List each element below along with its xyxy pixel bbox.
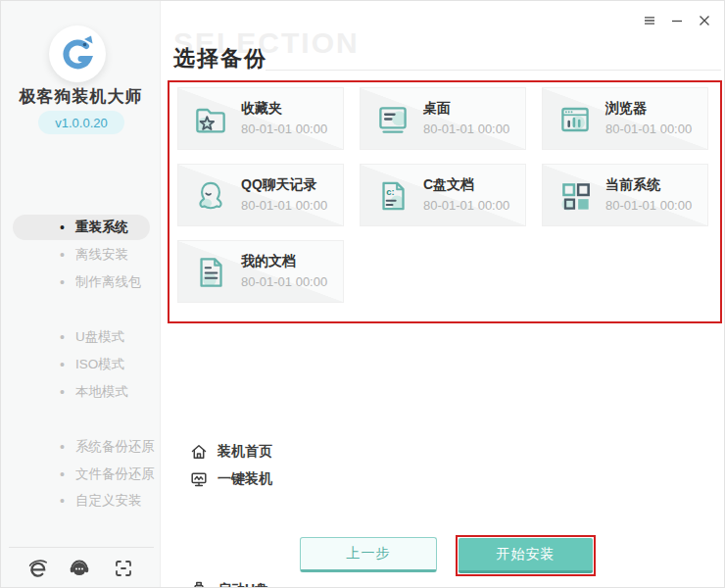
- sidebar-item-offline-install[interactable]: • 离线安装: [1, 241, 161, 269]
- window-controls: [642, 13, 712, 28]
- sidebar-item-system-backup-restore[interactable]: • 系统备份还原: [1, 433, 161, 461]
- bullet-icon: •: [60, 439, 65, 455]
- backup-card-qq-chat[interactable]: QQ聊天记录 80-01-01 00:00: [177, 164, 344, 226]
- sidebar-item-custom-install[interactable]: • 自定义安装: [1, 487, 161, 514]
- my-documents-icon: [190, 252, 231, 293]
- version-badge: v1.0.0.20: [38, 111, 124, 134]
- monitor-icon: [190, 470, 208, 488]
- close-icon[interactable]: [697, 13, 712, 28]
- sidebar: 极客狗装机大师 v1.0.0.20 装机首页 一键装机 • 重装系统: [1, 1, 161, 588]
- folder-star-icon: [190, 99, 231, 140]
- sidebar-footer-divider: [9, 547, 154, 548]
- support-headset-icon[interactable]: [69, 558, 90, 579]
- browser-icon: [555, 99, 596, 140]
- usb-icon: [190, 581, 208, 588]
- qq-icon: [190, 175, 231, 217]
- bullet-icon: •: [60, 220, 65, 235]
- sidebar-item-usb-mode[interactable]: • U盘模式: [1, 323, 161, 351]
- start-install-button[interactable]: 开始安装: [459, 538, 593, 573]
- menu-icon[interactable]: [642, 13, 657, 28]
- backup-card-my-documents[interactable]: 我的文档 80-01-01 00:00: [177, 240, 344, 303]
- annotation-rectangle-start-button: 开始安装: [456, 535, 596, 576]
- bullet-icon: •: [60, 329, 65, 345]
- page-title: 选择备份: [173, 44, 267, 74]
- bullet-icon: •: [60, 357, 65, 372]
- ie-browser-icon[interactable]: [27, 558, 49, 579]
- sidebar-item-make-offline-pack[interactable]: • 制作离线包: [1, 269, 161, 296]
- scan-icon[interactable]: [113, 558, 134, 579]
- sidebar-item-reinstall-system[interactable]: • 重装系统: [1, 214, 161, 241]
- sidebar-item-local-mode[interactable]: • 本地模式: [1, 378, 161, 406]
- desktop-icon: [372, 99, 413, 140]
- backup-card-favorites[interactable]: 收藏夹 80-01-01 00:00: [177, 87, 344, 150]
- app-window: 极客狗装机大师 v1.0.0.20 装机首页 一键装机 • 重装系统: [0, 0, 725, 588]
- c-drive-doc-icon: c:: [372, 175, 413, 217]
- backup-card-browser[interactable]: 浏览器 80-01-01 00:00: [542, 87, 708, 150]
- bullet-icon: •: [60, 466, 65, 482]
- current-system-icon: [555, 175, 596, 217]
- sidebar-item-file-backup-restore[interactable]: • 文件备份还原: [1, 461, 161, 488]
- backup-card-desktop[interactable]: 桌面 80-01-01 00:00: [360, 87, 526, 150]
- bullet-icon: •: [60, 384, 65, 400]
- app-logo: [49, 25, 106, 82]
- title-underline: [266, 70, 721, 71]
- minimize-icon[interactable]: [669, 13, 685, 28]
- home-icon: [190, 443, 208, 461]
- bullet-icon: •: [60, 274, 65, 290]
- dog-g-logo-icon: [58, 34, 97, 74]
- sidebar-footer: [1, 556, 161, 581]
- main-content: SELECTION 选择备份 收藏夹 80-01-01 00:00: [162, 1, 725, 588]
- bullet-icon: •: [60, 247, 65, 263]
- backup-card-current-system[interactable]: 当前系统 80-01-01 00:00: [542, 164, 708, 226]
- backup-card-c-drive-docs[interactable]: c: C盘文档 80-01-01 00:00: [360, 164, 526, 226]
- svg-text:c:: c:: [386, 186, 394, 197]
- app-title: 极客狗装机大师: [1, 85, 161, 108]
- sidebar-item-iso-mode[interactable]: • ISO模式: [1, 351, 161, 378]
- bullet-icon: •: [60, 493, 65, 509]
- previous-step-button[interactable]: 上一步: [300, 537, 437, 572]
